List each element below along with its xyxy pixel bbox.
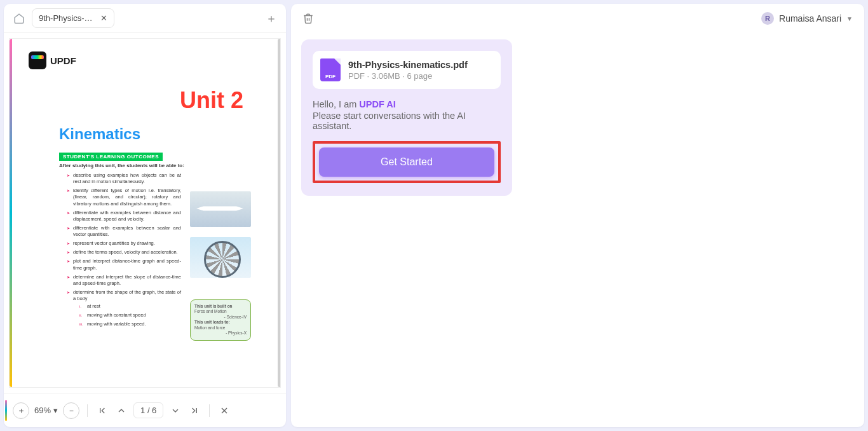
close-icon[interactable]: ✕: [100, 13, 107, 23]
chevron-down-icon: ▾: [53, 406, 58, 415]
zoom-in-button[interactable]: ＋: [13, 402, 29, 419]
outcomes-sublist: at rest moving with constant speed movin…: [79, 303, 181, 327]
pdf-viewer-panel: 9th-Physics-ki... ✕ ＋ UPDF Unit 2 Kinema…: [4, 4, 286, 427]
list-item: identify different types of motion i.e. …: [67, 188, 181, 207]
ai-greeting: Hello, I am UPDF AI: [313, 99, 501, 109]
page-indicator[interactable]: 1 / 6: [133, 402, 163, 418]
logo-icon: [29, 51, 46, 69]
ferris-wheel-image: [190, 237, 251, 278]
pdf-icon: [320, 58, 341, 81]
highlight-box: Get Started: [313, 141, 501, 183]
list-item: determine from the shape of the graph, t…: [67, 289, 181, 328]
divider: [87, 404, 88, 417]
document-tab[interactable]: 9th-Physics-ki... ✕: [32, 8, 114, 28]
unit-title: Unit 2: [21, 87, 243, 114]
list-item: describe using examples how objects can …: [67, 172, 181, 185]
chevron-down-icon: ▼: [846, 15, 853, 22]
tab-bar: 9th-Physics-ki... ✕ ＋: [4, 4, 286, 33]
list-item: moving with constant speed: [79, 312, 181, 318]
file-chip: 9th-Physics-kinematics.pdf PDF · 3.06MB …: [313, 51, 501, 89]
prev-page-button[interactable]: [114, 404, 128, 418]
home-button[interactable]: [10, 10, 28, 27]
last-page-button[interactable]: [187, 404, 201, 418]
list-item: plot and interpret distance-time graph a…: [67, 258, 181, 271]
chapter-title: Kinematics: [59, 125, 269, 143]
file-name: 9th-Physics-kinematics.pdf: [348, 60, 468, 70]
zoom-level[interactable]: 69%▾: [34, 406, 58, 415]
next-page-button[interactable]: [168, 404, 182, 418]
user-menu[interactable]: R Rumaisa Ansari ▼: [761, 12, 853, 25]
ai-name: UPDF AI: [359, 99, 395, 109]
airplane-image: [190, 191, 251, 227]
ai-welcome-card: 9th-Physics-kinematics.pdf PDF · 3.06MB …: [301, 39, 512, 196]
outcomes-list: describe using examples how objects can …: [67, 172, 181, 328]
ai-header: R Rumaisa Ansari ▼: [291, 4, 864, 33]
zoom-out-button[interactable]: －: [63, 402, 79, 419]
learning-outcomes-heading: STUDENT'S LEARNING OUTCOMES: [59, 153, 163, 161]
ai-panel: R Rumaisa Ansari ▼ 9th-Physics-kinematic…: [291, 4, 864, 427]
list-item: determine and interpret the slope of dis…: [67, 274, 181, 287]
list-item: at rest: [79, 303, 181, 310]
divider: [209, 404, 210, 417]
get-started-button[interactable]: Get Started: [319, 147, 494, 177]
first-page-button[interactable]: [95, 404, 109, 418]
tab-title: 9th-Physics-ki...: [39, 13, 94, 23]
list-item: represent vector quantities by drawing.: [67, 240, 181, 247]
viewer-toolbar: ＋ 69%▾ － 1 / 6: [4, 393, 286, 427]
list-item: differentiate with examples between dist…: [67, 210, 181, 222]
updf-logo: UPDF: [29, 51, 269, 69]
logo-text: UPDF: [50, 55, 76, 66]
avatar: R: [761, 12, 774, 25]
new-tab-button[interactable]: ＋: [263, 10, 280, 27]
user-name: Rumaisa Ansari: [779, 13, 841, 24]
list-item: differentiate with examples between scal…: [67, 225, 181, 238]
file-meta: PDF · 3.06MB · 6 page: [348, 71, 468, 81]
list-item: define the terms speed, velocity and acc…: [67, 249, 181, 256]
close-button[interactable]: [217, 404, 231, 418]
intro-line: After studying this unit, the students w…: [59, 163, 269, 168]
document-area[interactable]: UPDF Unit 2 Kinematics STUDENT'S LEARNIN…: [4, 33, 286, 393]
trash-icon[interactable]: [302, 13, 314, 24]
unit-note-box: This unit is built on Force and Motion -…: [190, 299, 251, 341]
ai-instruction: Please start conversations with the AI a…: [313, 111, 501, 131]
document-page: UPDF Unit 2 Kinematics STUDENT'S LEARNIN…: [9, 38, 281, 388]
list-item: moving with variable speed.: [79, 321, 181, 327]
